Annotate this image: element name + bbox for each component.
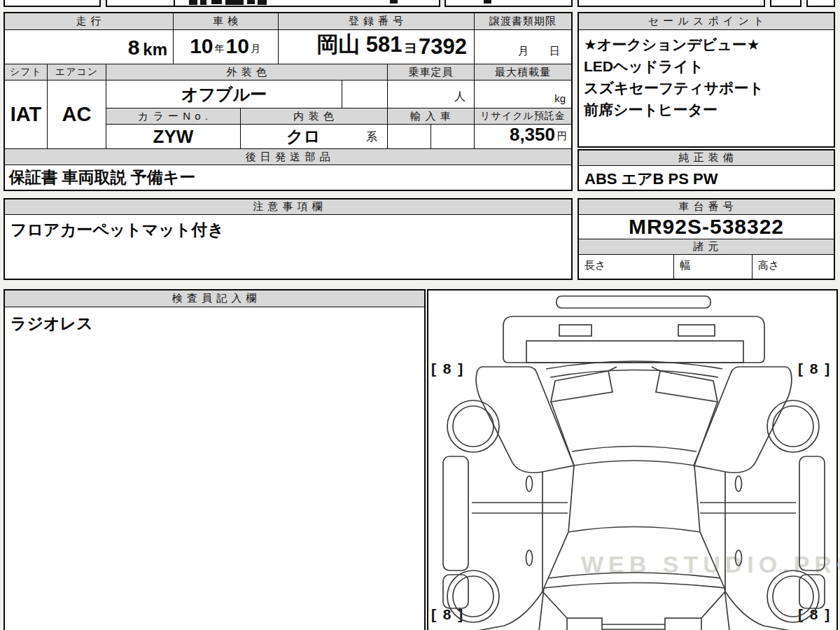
spec-width-label: 幅 [680,259,690,272]
inspector-value: ラジオレス [5,307,430,335]
sales-points-label: セ ー ル ス ポ イ ン ト [648,15,765,28]
color-no-text: ZYW [153,126,194,148]
car-outline-diagram [428,290,836,630]
registration-header-label: 登 録 番 号 [349,15,405,28]
capacity-unit: 人 [454,90,465,104]
registration-prefix: 岡山 581 [316,30,402,59]
recycle-value: 8,350 円 [475,125,571,149]
notes-text: フロアカーペットマット付き [10,220,224,239]
spec-length-label: 長さ [584,259,606,272]
vehicle-info-table: 走 行 車 検 登 録 番 号 譲渡書類期限 8 km 10 年 10 月 岡山… [4,12,573,191]
sales-point-line: ★オークションデビュー★ [584,34,839,55]
notes-label: 注 意 事 項 欄 [253,200,323,214]
max-load-unit: kg [554,92,566,104]
mileage-unit: km [143,40,167,59]
import-empty-cell-1 [388,125,431,149]
chassis-number: MR92S-538322 [629,215,784,239]
genuine-equipment-value: ABS エアB PS PW [579,166,839,190]
capacity-label: 乗車定員 [409,66,454,79]
shift-label: シフト [10,66,42,78]
max-load-label: 最大積載量 [495,66,551,79]
inspector-header: 検 査 員 記 入 欄 [5,290,424,307]
auction-sheet: 走 行 車 検 登 録 番 号 譲渡書類期限 8 km 10 年 10 月 岡山… [0,0,840,630]
interior-color-header: 内 装 色 [241,108,388,125]
spec-height-cell: 高さ [752,255,834,279]
import-empty-cell-2 [431,125,475,149]
later-parts-label: 後 日 発 送 部 品 [246,150,331,164]
shaken-year: 10 [190,34,213,58]
inspector-text: ラジオレス [10,314,93,332]
spec-width-cell: 幅 [674,255,752,279]
shaken-value: 10 年 10 月 [174,30,279,64]
notes-value: フロアカーペットマット付き [5,215,577,241]
exterior-color-empty-cell [342,80,388,108]
capacity-header: 乗車定員 [388,64,475,80]
interior-color-value: クロ 系 [241,125,388,149]
registration-value: 岡山 581 ヨ 7392 [279,30,475,64]
recycle-label: リサイクル預託金 [480,110,566,122]
genuine-equipment-header: 純 正 装 備 [579,150,834,166]
notes-box: 注 意 事 項 欄 フロアカーペットマット付き [4,198,573,280]
later-parts-text: 保証書 車両取説 予備キー [9,167,195,188]
genuine-equipment-box: 純 正 装 備 ABS エアB PS PW [578,149,835,191]
clipped-row-cell [770,0,802,7]
aircon-header: エアコン [48,64,106,80]
later-parts-header: 後 日 発 送 部 品 [5,149,571,165]
clipped-row-cell [806,0,835,7]
aircon-value-text: AC [62,103,92,126]
interior-color-text: クロ [286,125,321,148]
interior-color-suffix: 系 [366,130,377,145]
registration-header: 登 録 番 号 [279,13,475,30]
interior-color-label: 内 装 色 [293,110,334,123]
import-header: 輸 入 車 [388,108,475,125]
shaken-month: 10 [226,34,249,58]
transfer-deadline-header: 譲渡書類期限 [475,13,571,30]
recycle-header: リサイクル預託金 [475,108,571,125]
genuine-equipment-label: 純 正 装 備 [678,151,734,164]
shift-value-text: IAT [10,103,42,126]
clipped-row-cell [444,0,573,7]
shaken-header: 車 検 [174,13,279,30]
max-load-header: 最大積載量 [475,64,571,80]
clipped-row-cell [4,0,101,7]
sales-points-list: ★オークションデビュー★ LEDヘッドライト スズキセーフティサポート 前席シー… [579,30,839,120]
aircon-value: AC [48,80,106,149]
recycle-unit: 円 [557,130,567,143]
color-no-header: カ ラ ー N o . [106,108,241,125]
sales-points-header: セ ー ル ス ポ イ ン ト [579,13,834,30]
exterior-color-text: オフブルー [181,83,267,106]
mileage-header: 走 行 [5,13,174,30]
specs-label: 諸 元 [693,240,719,253]
inspector-box: 検 査 員 記 入 欄 ラジオレス [4,289,426,630]
genuine-equipment-text: ABS エアB PS PW [584,170,718,188]
notes-header: 注 意 事 項 欄 [5,200,571,215]
aircon-label: エアコン [55,66,98,78]
clipped-row-cell [578,0,765,7]
chassis-label: 車 台 番 号 [678,200,734,214]
sales-point-line: LEDヘッドライト [584,55,839,77]
exterior-color-label: 外 装 色 [226,66,267,79]
chassis-box: 車 台 番 号 MR92S-538322 諸 元 長さ 幅 高さ [578,198,835,280]
later-parts-value: 保証書 車両取説 予備キー [5,165,571,190]
transfer-deadline-label: 譲渡書類期限 [489,15,556,28]
registration-number: 7392 [419,34,467,59]
sales-point-line: スズキセーフティサポート [584,77,839,99]
sales-point-line: 前席シートヒーター [584,99,839,120]
mileage-number: 8 [128,36,140,59]
sales-points-box: セ ー ル ス ポ イ ン ト ★オークションデビュー★ LEDヘッドライト ス… [578,12,835,148]
exterior-color-header: 外 装 色 [106,64,388,80]
max-load-value: kg [475,80,571,108]
shaken-header-label: 車 検 [213,15,239,28]
spec-height-label: 高さ [758,259,779,272]
shaken-month-unit: 月 [251,43,260,55]
spec-length-cell: 長さ [579,255,674,279]
transfer-deadline-value: 月 日 [475,30,571,64]
recycle-amount: 8,350 [510,124,555,146]
color-no-value: ZYW [106,125,241,149]
import-label: 輸 入 車 [410,110,451,123]
car-diagram-box: WEB STUDIO.PRO [427,289,838,630]
shift-value: IAT [5,80,48,149]
mileage-value: 8 km [5,30,174,64]
specs-header: 諸 元 [579,239,834,255]
mileage-header-label: 走 行 [76,15,102,28]
